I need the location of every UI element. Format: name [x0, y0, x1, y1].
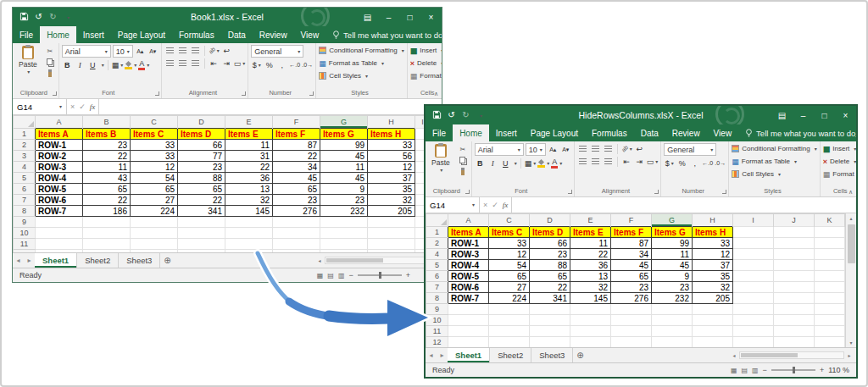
cell-A1[interactable]: Items A: [36, 129, 83, 140]
align-top-button[interactable]: [577, 143, 588, 154]
cell-A7[interactable]: ROW-6: [448, 282, 489, 293]
insert-cells-button[interactable]: ▦Insert▾: [410, 45, 442, 56]
cell-D5[interactable]: 88: [530, 260, 570, 271]
font-name-combo[interactable]: Arial▾: [475, 143, 524, 156]
horizontal-scrollbar-thumb[interactable]: [741, 353, 798, 357]
cell-F1[interactable]: Items F: [611, 227, 652, 238]
zoom-out-button[interactable]: −: [348, 271, 353, 279]
cell-I1[interactable]: [733, 227, 774, 238]
cell-B6[interactable]: 65: [83, 184, 131, 195]
name-box[interactable]: G14▾: [13, 99, 67, 114]
align-center-button[interactable]: [590, 156, 601, 167]
merge-center-button[interactable]: ▭▾: [234, 58, 246, 69]
paste-button[interactable]: Paste ▾: [15, 45, 41, 88]
tab-page-layout[interactable]: Page Layout: [111, 26, 172, 43]
cell-D6[interactable]: 65: [178, 184, 225, 195]
cell-G7[interactable]: 23: [652, 282, 693, 293]
column-header-A[interactable]: A: [448, 214, 489, 227]
cell-H4[interactable]: 12: [693, 249, 733, 260]
row-header-4[interactable]: 4: [426, 249, 448, 260]
cell-D12[interactable]: [530, 337, 570, 348]
zoom-slider[interactable]: [771, 369, 815, 371]
cell-B8[interactable]: 186: [83, 206, 131, 217]
comma-style-button[interactable]: ,: [689, 158, 700, 169]
cell-A9[interactable]: [448, 304, 489, 315]
cell-E11[interactable]: [570, 326, 611, 337]
cell-E7[interactable]: 32: [225, 195, 273, 206]
collapse-ribbon-button[interactable]: ∧: [434, 91, 438, 97]
cell-G8[interactable]: 232: [652, 293, 693, 304]
cell-F9[interactable]: [611, 304, 652, 315]
merge-center-button[interactable]: ▭▾: [647, 156, 659, 167]
decrease-decimal-button[interactable]: .0→: [302, 59, 313, 70]
zoom-in-button[interactable]: +: [820, 366, 824, 374]
cell-A12[interactable]: [448, 337, 489, 348]
cell-D11[interactable]: [178, 239, 225, 250]
insert-cells-button[interactable]: ▦Insert▾: [823, 143, 856, 154]
cell-H9[interactable]: [693, 304, 733, 315]
cell-styles-button[interactable]: Cell Styles▾: [732, 169, 817, 180]
cell-E10[interactable]: [225, 228, 273, 239]
cell-A6[interactable]: ROW-5: [448, 271, 489, 282]
cell-H10[interactable]: [693, 315, 733, 326]
cell-E5[interactable]: 36: [570, 260, 611, 271]
cell-C9[interactable]: [131, 217, 178, 228]
cell-C7[interactable]: 27: [131, 195, 178, 206]
zoom-level[interactable]: 110 %: [828, 366, 849, 374]
cell-B9[interactable]: [83, 217, 131, 228]
cell-I7[interactable]: [733, 282, 774, 293]
normal-view-button[interactable]: ▦: [731, 367, 737, 374]
row-header-8[interactable]: 8: [426, 293, 448, 304]
dialog-launcher-icon[interactable]: [654, 190, 659, 194]
cell-H5[interactable]: 37: [693, 260, 733, 271]
cell-H3[interactable]: 56: [368, 151, 415, 162]
cell-H11[interactable]: [368, 239, 415, 250]
format-cells-button[interactable]: ▦Format▾: [823, 169, 856, 180]
cell-K10[interactable]: [815, 315, 845, 326]
wrap-text-button[interactable]: ↩: [634, 143, 645, 154]
cell-J7[interactable]: [774, 282, 815, 293]
cell-F8[interactable]: 276: [611, 293, 652, 304]
cell-G12[interactable]: [652, 337, 693, 348]
tab-review[interactable]: Review: [253, 26, 294, 43]
fill-color-button[interactable]: ▾: [125, 59, 136, 70]
cell-F4[interactable]: 34: [273, 162, 320, 173]
borders-button[interactable]: ▦▾: [525, 158, 537, 169]
cell-D6[interactable]: 65: [530, 271, 570, 282]
cell-B2[interactable]: 23: [83, 140, 131, 151]
cell-E6[interactable]: 13: [570, 271, 611, 282]
cell-C1[interactable]: Items C: [489, 227, 530, 238]
cell-G1[interactable]: Items G: [320, 129, 368, 140]
cell-F11[interactable]: [273, 239, 320, 250]
row-header-9[interactable]: 9: [14, 217, 36, 228]
new-sheet-button[interactable]: ⊕: [160, 253, 174, 268]
ribbon-display-options-button[interactable]: ▤: [771, 106, 793, 124]
decrease-indent-button[interactable]: ⇤: [209, 58, 220, 69]
cancel-button[interactable]: ×: [70, 102, 75, 111]
cell-F1[interactable]: Items F: [273, 129, 320, 140]
cell-E10[interactable]: [570, 315, 611, 326]
cell-I5[interactable]: [733, 260, 774, 271]
cell-G8[interactable]: 232: [320, 206, 368, 217]
cell-C5[interactable]: 54: [131, 173, 178, 184]
align-left-button[interactable]: [164, 58, 175, 69]
cell-H2[interactable]: 33: [368, 140, 415, 151]
row-header-9[interactable]: 9: [426, 304, 448, 315]
column-header-G[interactable]: G: [320, 116, 368, 129]
cell-H12[interactable]: [693, 337, 733, 348]
cell-B4[interactable]: 11: [83, 162, 131, 173]
percent-style-button[interactable]: %: [676, 158, 687, 169]
cell-E1[interactable]: Items E: [570, 227, 611, 238]
cell-B11[interactable]: [83, 239, 131, 250]
cell-K7[interactable]: [815, 282, 845, 293]
cell-styles-button[interactable]: Cell Styles▾: [319, 70, 404, 81]
zoom-slider-thumb[interactable]: [379, 272, 381, 279]
cell-D7[interactable]: 22: [178, 195, 225, 206]
cell-H8[interactable]: 205: [368, 206, 415, 217]
cell-D8[interactable]: 341: [178, 206, 225, 217]
cell-K1[interactable]: [815, 227, 845, 238]
cell-G5[interactable]: 45: [652, 260, 693, 271]
cell-J2[interactable]: [774, 238, 815, 249]
row-header-7[interactable]: 7: [426, 282, 448, 293]
row-header-7[interactable]: 7: [14, 195, 36, 206]
